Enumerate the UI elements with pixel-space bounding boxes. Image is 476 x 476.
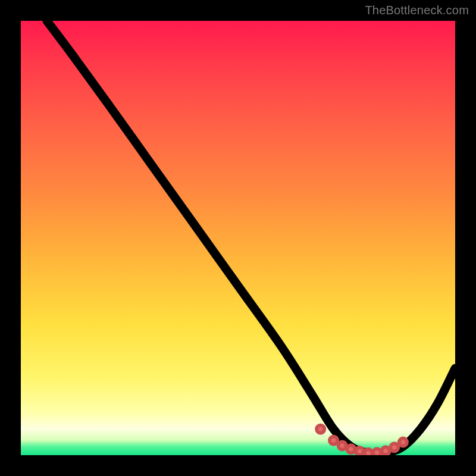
sweet-spot-dot [390,443,398,451]
sweet-spot-dot [382,447,390,455]
chart-svg [21,21,455,455]
sweet-spot-dot [373,449,381,455]
sweet-spot-dot [399,439,407,446]
plot-area [21,21,455,455]
sweet-spot-dot [364,449,372,455]
bottleneck-curve [47,21,455,454]
sweet-spot-dot [347,445,355,453]
sweet-spot-dot [330,437,337,444]
watermark-text: TheBottleneck.com [365,4,469,17]
chart-frame: TheBottleneck.com [0,0,476,476]
sweet-spot-dot [339,441,346,449]
sweet-spot-dot [317,425,324,433]
sweet-spot-dot [356,447,364,455]
